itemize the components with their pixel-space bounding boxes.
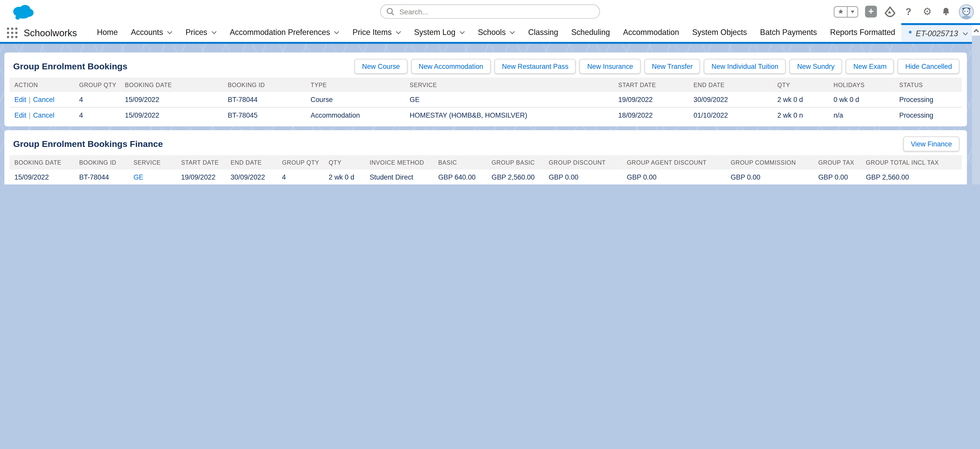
cell-action: Edit|Cancel [10,107,74,123]
nav-item-system-log[interactable]: System Log [414,23,465,42]
cell-qty: 2 wk 0 d [324,169,364,184]
col-booking-date: BOOKING DATE [120,78,223,92]
active-tab-label: ET-0025713 [916,29,958,38]
active-record-tab-et-0025713[interactable]: * ET-0025713 × [902,23,980,42]
group-enrolment-bookings-section: Group Enrolment Bookings New Course New … [4,53,967,126]
hide-cancelled-button[interactable]: Hide Cancelled [898,59,959,74]
cell-group-commission: GBP 0.00 [726,169,813,184]
nav-item-prices[interactable]: Prices [186,23,216,42]
chevron-down-icon [459,30,465,34]
cell-group-qty: 4 [277,169,324,184]
header-actions: ★ + ? ⚙ [834,4,974,19]
cell-booking-date: 15/09/2022 [120,92,223,107]
cell-booking-date: 15/09/2022 [10,169,74,184]
cell-group-agent-discount: GBP 0.00 [622,169,726,184]
help-icon[interactable]: ? [902,6,914,18]
cell-start-date: 19/09/2022 [176,169,226,184]
section-title: Group Enrolment Bookings Finance [13,139,163,149]
nav-item-reports-formatted[interactable]: Reports Formatted [830,23,895,42]
cell-action: Edit|Cancel [10,92,74,107]
search-input[interactable] [380,4,600,19]
favorite-star-icon[interactable]: ★ [835,7,847,17]
cancel-link[interactable]: Cancel [33,112,54,119]
cell-service: HOMESTAY (HOMB&B, HOMSILVER) [405,107,613,123]
col-qty: QTY [324,155,364,169]
nav-item-accommodation[interactable]: Accommodation [623,23,679,42]
col-end-date: END DATE [689,78,772,92]
favorites-dropdown-icon[interactable] [847,7,858,17]
cell-booking-id: BT-78044 [74,169,129,184]
cell-type: Course [305,92,405,107]
new-course-button[interactable]: New Course [355,59,407,74]
edit-link[interactable]: Edit [14,112,26,119]
cell-end-date: 30/09/2022 [689,92,772,107]
vertical-scrollbar[interactable] [972,25,980,184]
salesforce-cloud-logo [9,2,37,21]
new-insurance-button[interactable]: New Insurance [580,59,641,74]
cell-end-date: 01/10/2022 [689,107,772,123]
cell-booking-id: BT-78045 [223,107,305,123]
chevron-down-icon [167,30,172,34]
app-name: Schoolworks [24,27,77,38]
nav-item-accommodation-preferences[interactable]: Accommodation Preferences [230,23,339,42]
cell-booking-id: BT-78044 [223,92,305,107]
global-header: ★ + ? ⚙ [0,0,980,23]
nav-items: Home Accounts Prices Accommodation Prefe… [97,23,895,42]
col-group-commission: GROUP COMMISSION [726,155,813,169]
view-finance-button[interactable]: View Finance [903,136,959,151]
finance-row-1: 15/09/2022 BT-78044 GE 19/09/2022 30/09/… [10,169,962,184]
nav-item-batch-payments[interactable]: Batch Payments [760,23,817,42]
cell-status: Processing [894,92,962,107]
new-individual-tuition-button[interactable]: New Individual Tuition [704,59,786,74]
nav-item-classing[interactable]: Classing [528,23,558,42]
nav-item-system-objects[interactable]: System Objects [692,23,747,42]
bookings-buttons: New Course New Accommodation New Restaur… [355,59,959,74]
col-status: STATUS [894,78,962,92]
booking-row-1: Edit|Cancel 4 15/09/2022 BT-78044 Course… [10,92,962,107]
global-actions-plus-icon[interactable]: + [865,6,877,18]
cell-service: GE [128,169,176,184]
col-booking-id: BOOKING ID [223,78,305,92]
cell-status: Processing [894,107,962,123]
notifications-bell-icon[interactable] [940,6,952,18]
new-transfer-button[interactable]: New Transfer [644,59,700,74]
favorites-split-button[interactable]: ★ [834,6,858,17]
col-booking-date: BOOKING DATE [10,155,74,169]
col-type: TYPE [305,78,405,92]
service-link[interactable]: GE [134,173,143,181]
col-group-basic: GROUP BASIC [487,155,544,169]
cell-invoice-method: Student Direct [364,169,433,184]
cell-group-discount: GBP 0.00 [544,169,622,184]
nav-item-scheduling[interactable]: Scheduling [571,23,610,42]
cell-service: GE [405,92,613,107]
cell-end-date: 30/09/2022 [226,169,277,184]
group-enrolment-bookings-finance-section: Group Enrolment Bookings Finance View Fi… [4,130,967,184]
edit-link[interactable]: Edit [14,96,26,103]
record-page-content: Group Enrolment Bookings New Course New … [0,44,980,184]
scrollbar-track[interactable] [972,36,980,184]
scroll-up-arrow[interactable] [972,25,980,35]
new-accommodation-button[interactable]: New Accommodation [411,59,491,74]
nav-item-schools[interactable]: Schools [478,23,515,42]
new-exam-button[interactable]: New Exam [846,59,894,74]
cancel-link[interactable]: Cancel [33,96,54,103]
new-restaurant-pass-button[interactable]: New Restaurant Pass [495,59,576,74]
nav-item-accounts[interactable]: Accounts [131,23,172,42]
col-qty: QTY [772,78,829,92]
table-header-row: BOOKING DATE BOOKING ID SERVICE START DA… [10,155,962,169]
setup-gear-icon[interactable]: ⚙ [921,6,933,18]
app-launcher-icon[interactable] [6,27,18,38]
col-service: SERVICE [405,78,613,92]
col-group-tax: GROUP TAX [813,155,861,169]
col-booking-id: BOOKING ID [74,155,129,169]
chevron-down-icon [509,30,515,34]
cell-basic: GBP 640.00 [433,169,487,184]
col-basic: BASIC [433,155,487,169]
chevron-down-icon[interactable] [962,32,968,35]
nav-item-home[interactable]: Home [97,23,118,42]
new-sundry-button[interactable]: New Sundry [790,59,842,74]
user-avatar[interactable] [959,4,974,19]
nav-item-price-items[interactable]: Price Items [353,23,401,42]
global-search [380,4,600,19]
trailhead-icon[interactable] [884,6,896,18]
